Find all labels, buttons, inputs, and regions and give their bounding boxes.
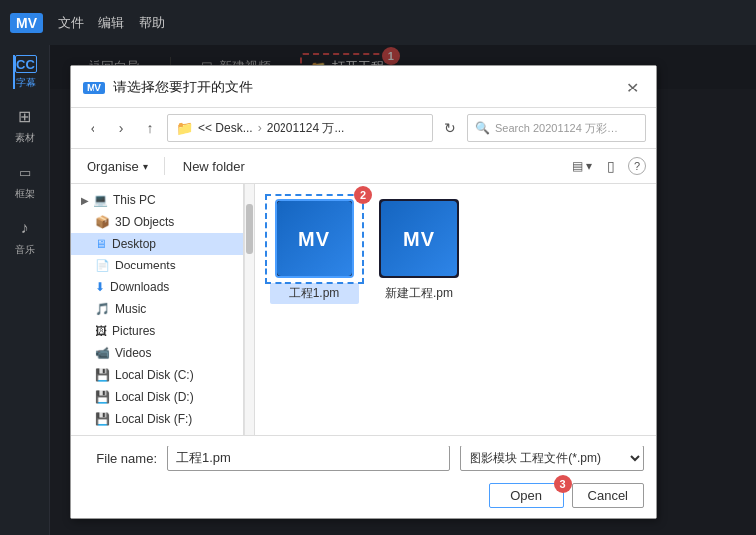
open-btn-wrapper: Open 3 [489, 483, 564, 508]
thispc-icon: 💻 [94, 193, 108, 207]
music-icon: ♪ [13, 216, 37, 240]
tree-item-localf-label: Local Disk (F:) [115, 412, 192, 426]
address-part1: << Desk... [198, 121, 253, 135]
3dobjects-icon: 📦 [95, 215, 110, 229]
address-part2: 20201124 万... [267, 120, 345, 137]
nav-back-button[interactable]: ‹ [81, 116, 104, 140]
dialog-title-text: 请选择您要打开的文件 [113, 79, 253, 96]
file-tree: ▶ 💻 This PC 📦 3D Objects 🖥 Desktop [71, 184, 244, 435]
folder-path-icon: 📁 [176, 120, 193, 136]
dialog-close-button[interactable]: ✕ [620, 76, 644, 99]
pictures-icon: 🖼 [95, 324, 107, 338]
file-icon-project1: MV [275, 199, 354, 278]
dialog-toolbar: Organise ▾ New folder ▤ ▾ ▯ ? [71, 149, 656, 184]
material-icon: ⊞ [13, 104, 37, 128]
view-options: ▤ ▾ ▯ ? [570, 154, 646, 178]
file-icon-newproject: MV [379, 199, 459, 278]
downloads-icon: ⬇ [95, 280, 105, 294]
top-bar: MV 文件 编辑 帮助 [0, 0, 756, 45]
sidebar-item-frame-label: 框架 [15, 187, 35, 201]
tree-item-documents[interactable]: 📄 Documents [71, 255, 243, 276]
filename-row: File name: 图影模块 工程文件(*.pm) [83, 446, 644, 471]
address-path[interactable]: 📁 << Desk... › 20201124 万... [167, 114, 433, 142]
tree-item-locald[interactable]: 💾 Local Disk (D:) [71, 386, 243, 408]
tree-item-localf[interactable]: 💾 Local Disk (F:) [71, 408, 243, 430]
file-content: 2 MV 工程1.pm [255, 184, 656, 319]
nav-forward-button[interactable]: › [109, 116, 133, 140]
file-item-newproject[interactable]: MV 新建工程.pm [374, 199, 464, 304]
content-area: ⌂ 返回向导 ☐ 新建视频 📁 打开工程 1 MV 请选择您要打开 [50, 45, 756, 535]
filename-input[interactable] [167, 446, 450, 471]
tree-item-videos[interactable]: 📹 Videos [71, 342, 243, 364]
sidebar-item-material[interactable]: ⊞ 素材 [13, 104, 37, 145]
music-tree-icon: 🎵 [95, 302, 110, 316]
dialog-mv-logo: MV [83, 82, 105, 94]
view-toggle-button[interactable]: ▤ ▾ [570, 154, 594, 178]
menu-bar: 文件 编辑 帮助 [58, 14, 165, 32]
cancel-button[interactable]: Cancel [572, 483, 644, 508]
mv-logo-newproject: MV [381, 201, 457, 276]
videos-icon: 📹 [95, 346, 110, 360]
tree-item-desktop[interactable]: 🖥 Desktop [71, 233, 243, 255]
dialog-title: MV 请选择您要打开的文件 [83, 79, 253, 96]
filename-label: File name: [83, 451, 157, 466]
search-box[interactable]: 🔍 Search 20201124 万彩微影... [467, 114, 646, 142]
tree-item-3dobjects[interactable]: 📦 3D Objects [71, 211, 243, 233]
tree-item-pictures[interactable]: 🖼 Pictures [71, 320, 243, 342]
refresh-button[interactable]: ↻ [438, 116, 462, 140]
preview-pane-button[interactable]: ▯ [599, 154, 623, 178]
tree-item-localc[interactable]: 💾 Local Disk (C:) [71, 364, 243, 386]
sidebar-item-frame[interactable]: ▭ 框架 [13, 160, 37, 201]
tree-item-music[interactable]: 🎵 Music [71, 298, 243, 320]
dialog-body: ▶ 💻 This PC 📦 3D Objects 🖥 Desktop [71, 184, 656, 435]
menu-edit[interactable]: 编辑 [98, 14, 124, 32]
tree-item-videos-label: Videos [115, 346, 151, 360]
filetype-select[interactable]: 图影模块 工程文件(*.pm) [460, 446, 644, 471]
open-button[interactable]: Open [489, 483, 564, 508]
tree-item-documents-label: Documents [115, 259, 176, 272]
menu-file[interactable]: 文件 [58, 14, 84, 32]
frame-icon: ▭ [13, 160, 37, 184]
dialog-toolbar-separator [164, 157, 165, 175]
menu-help[interactable]: 帮助 [139, 14, 165, 32]
open-file-dialog: MV 请选择您要打开的文件 ✕ ‹ › ↑ 📁 << Desk... › 202… [70, 65, 657, 519]
help-button[interactable]: ? [628, 157, 646, 175]
tree-item-localc-label: Local Disk (C:) [115, 368, 194, 382]
path-separator-1: › [258, 121, 262, 135]
mv-logo-project1: MV [277, 201, 352, 276]
desktop-icon: 🖥 [95, 237, 107, 251]
tree-item-music-label: Music [115, 302, 146, 316]
file-label-newproject: 新建工程.pm [374, 283, 464, 304]
file-item-project1[interactable]: MV 工程1.pm [270, 199, 359, 304]
tree-item-3dobjects-label: 3D Objects [115, 215, 174, 229]
step-badge-3: 3 [554, 475, 572, 493]
main-layout: CC 字幕 ⊞ 素材 ▭ 框架 ♪ 音乐 ⌂ 返回向导 ☐ 新建视频 [0, 45, 756, 535]
organise-label: Organise [87, 159, 139, 174]
nav-up-button[interactable]: ↑ [138, 116, 162, 140]
organise-chevron-icon: ▾ [143, 161, 148, 172]
diskf-icon: 💾 [95, 412, 110, 426]
tree-item-downloads[interactable]: ⬇ Downloads [71, 276, 243, 298]
file-item-1-container: 2 MV 工程1.pm [270, 199, 359, 304]
expand-arrow-icon: ▶ [81, 195, 89, 206]
dialog-overlay: MV 请选择您要打开的文件 ✕ ‹ › ↑ 📁 << Desk... › 202… [50, 45, 756, 535]
sidebar-item-music[interactable]: ♪ 音乐 [13, 216, 37, 257]
sidebar-item-subtitle-label: 字幕 [16, 76, 36, 89]
footer-buttons: Open 3 Cancel [83, 483, 644, 508]
search-placeholder: Search 20201124 万彩微影... [495, 121, 625, 136]
diskc-icon: 💾 [95, 368, 110, 382]
search-icon: 🔍 [475, 121, 490, 135]
sidebar-item-music-label: 音乐 [15, 243, 35, 257]
tree-item-downloads-label: Downloads [110, 280, 169, 294]
organise-button[interactable]: Organise ▾ [81, 157, 154, 176]
tree-item-thispc[interactable]: ▶ 💻 This PC [71, 189, 243, 211]
app-logo: MV [10, 13, 43, 33]
tree-item-thispc-label: This PC [113, 193, 156, 207]
sidebar-item-material-label: 素材 [15, 131, 35, 145]
documents-icon: 📄 [95, 259, 110, 272]
address-bar: ‹ › ↑ 📁 << Desk... › 20201124 万... ↻ 🔍 S… [71, 108, 656, 149]
tree-item-pictures-label: Pictures [112, 324, 155, 338]
file-content-wrapper: 2 MV 工程1.pm [255, 184, 656, 435]
new-folder-button[interactable]: New folder [175, 157, 253, 176]
sidebar-item-subtitle[interactable]: CC 字幕 [13, 55, 37, 89]
